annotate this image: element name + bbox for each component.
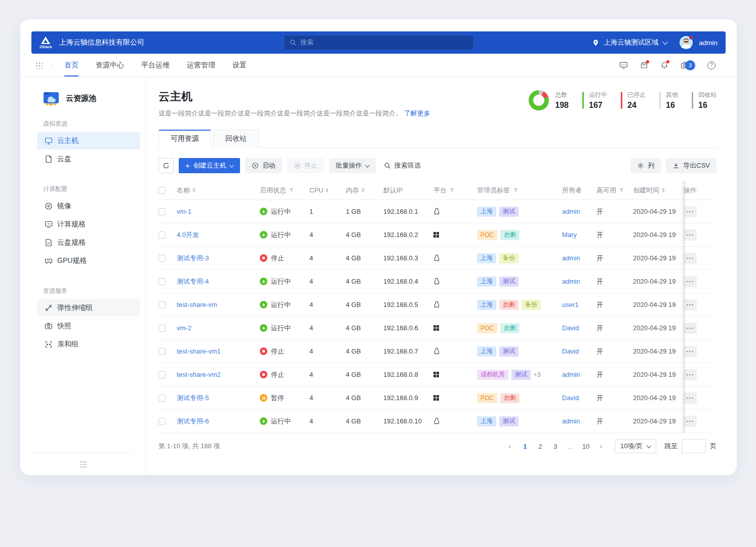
learn-more-link[interactable]: 了解更多 (404, 109, 430, 117)
column-header-名称[interactable]: 名称 (177, 186, 260, 195)
filter-icon[interactable] (619, 187, 624, 193)
row-actions-button[interactable] (684, 276, 697, 287)
owner-link[interactable]: admin (562, 371, 580, 378)
batch-actions-button[interactable]: 批量操作 (329, 158, 376, 173)
nav-item-运营管理[interactable]: 运营管理 (187, 54, 215, 76)
sort-icon[interactable] (662, 188, 665, 192)
sidebar-item-云盘规格[interactable]: 云盘规格 (37, 234, 140, 251)
owner-link[interactable]: David (562, 347, 579, 355)
owner-link[interactable]: David (562, 324, 579, 332)
help-icon[interactable]: ? (707, 61, 715, 69)
row-actions-button[interactable] (684, 206, 697, 217)
tab-可用资源[interactable]: 可用资源 (158, 130, 211, 148)
sort-icon[interactable] (192, 188, 195, 192)
page-button-1[interactable]: 1 (520, 440, 531, 452)
row-checkbox[interactable] (158, 348, 166, 355)
sidebar-item-计算规格[interactable]: 计算规格 (37, 216, 140, 233)
vm-name-link[interactable]: test-share-vm2 (177, 371, 221, 378)
create-vm-button[interactable]: + 创建云主机 (179, 158, 240, 173)
row-checkbox[interactable] (158, 278, 166, 285)
row-actions-button[interactable] (684, 253, 697, 264)
tasks-icon[interactable] (640, 61, 648, 69)
row-checkbox[interactable] (158, 255, 166, 262)
region-selector[interactable]: 上海云轴测试区域 (604, 38, 658, 47)
owner-link[interactable]: Mary (562, 231, 577, 239)
column-header-CPU[interactable]: CPU (309, 186, 346, 194)
row-checkbox[interactable] (158, 208, 166, 215)
column-header-内存[interactable]: 内存 (346, 186, 383, 195)
row-checkbox[interactable] (158, 231, 166, 239)
row-checkbox[interactable] (158, 395, 166, 402)
sort-icon[interactable] (326, 188, 329, 192)
page-button-2[interactable]: 2 (535, 440, 546, 452)
nav-item-设置[interactable]: 设置 (232, 54, 247, 76)
column-header-平台[interactable]: 平台 (433, 186, 477, 195)
row-actions-button[interactable] (684, 369, 697, 380)
sidebar-item-云盘[interactable]: 云盘 (37, 150, 140, 168)
sidebar-item-GPU规格[interactable]: GPU规格 (37, 252, 140, 269)
jump-page-input[interactable] (682, 439, 706, 453)
row-actions-button[interactable] (684, 323, 697, 334)
page-button-10[interactable]: 10 (580, 440, 591, 452)
notifications-bell-icon[interactable] (660, 61, 668, 69)
avatar[interactable] (680, 36, 693, 49)
username[interactable]: admin (699, 39, 718, 47)
column-header-创建时间[interactable]: 创建时间 (633, 186, 684, 195)
filter-icon[interactable] (513, 187, 519, 193)
row-actions-button[interactable] (684, 393, 697, 404)
page-size-select[interactable]: 10项/页 (615, 439, 656, 453)
sidebar-item-云主机[interactable]: 云主机 (37, 132, 140, 149)
vm-name-link[interactable]: 测试专用-4 (177, 277, 209, 286)
column-header-启用状态[interactable]: 启用状态 (260, 186, 309, 195)
select-all-checkbox[interactable] (158, 187, 166, 194)
filter-icon[interactable] (449, 187, 455, 193)
sidebar-item-亲和组[interactable]: 亲和组 (37, 336, 140, 353)
nav-item-平台运维[interactable]: 平台运维 (141, 54, 170, 76)
row-actions-button[interactable] (684, 346, 697, 357)
sidebar-item-弹性伸缩组[interactable]: 弹性伸缩组 (37, 299, 140, 317)
nav-item-资源中心[interactable]: 资源中心 (96, 54, 124, 76)
stop-vm-button[interactable]: 停止 (287, 158, 324, 173)
owner-link[interactable]: admin (562, 417, 580, 425)
export-csv-button[interactable]: 导出CSV (666, 158, 717, 173)
vm-name-link[interactable]: test-share-vm (177, 301, 217, 308)
row-checkbox[interactable] (158, 371, 166, 378)
owner-link[interactable]: user1 (562, 301, 579, 308)
global-search-input[interactable]: 搜索 (284, 35, 473, 50)
tab-回收站[interactable]: 回收站 (213, 130, 259, 148)
row-actions-button[interactable] (684, 416, 697, 427)
vm-name-link[interactable]: vm-1 (177, 208, 191, 215)
sidebar-item-镜像[interactable]: 镜像 (37, 198, 140, 215)
row-actions-button[interactable] (684, 299, 697, 310)
owner-link[interactable]: David (562, 394, 579, 402)
refresh-button[interactable] (158, 158, 174, 173)
vm-name-link[interactable]: test-share-vm1 (177, 347, 221, 355)
column-header-管理员标签[interactable]: 管理员标签 (477, 186, 562, 195)
nav-item-首页[interactable]: 首页 (64, 54, 78, 76)
collapse-sidebar-icon[interactable] (79, 461, 87, 468)
prev-page-button[interactable]: ‹ (504, 440, 515, 452)
row-checkbox[interactable] (158, 301, 166, 308)
owner-link[interactable]: admin (562, 208, 580, 215)
vm-name-link[interactable]: vm-2 (177, 324, 191, 332)
search-filter-button[interactable]: 搜索筛选 (381, 158, 424, 173)
row-checkbox[interactable] (158, 325, 166, 332)
console-icon[interactable] (619, 61, 628, 69)
sidebar-item-快照[interactable]: 快照 (37, 318, 140, 335)
app-launcher-icon[interactable] (35, 62, 43, 69)
vm-name-link[interactable]: 测试专用-6 (177, 417, 209, 426)
owner-link[interactable]: admin (562, 254, 580, 262)
filter-icon[interactable] (289, 187, 294, 193)
owner-link[interactable]: admin (562, 278, 580, 285)
start-vm-button[interactable]: 启动 (245, 158, 282, 173)
screenshot-camera-icon[interactable]: 3 (681, 60, 695, 70)
page-button-3[interactable]: 3 (550, 440, 561, 452)
row-actions-button[interactable] (684, 229, 697, 241)
next-page-button[interactable]: › (595, 440, 607, 452)
vm-name-link[interactable]: 测试专用-3 (177, 254, 209, 263)
columns-settings-button[interactable]: 列 (630, 158, 661, 173)
vm-name-link[interactable]: 4.0开发 (177, 230, 199, 240)
column-header-高可用[interactable]: 高可用 (596, 186, 633, 195)
sort-icon[interactable] (362, 188, 365, 192)
vm-name-link[interactable]: 测试专用-5 (177, 394, 209, 403)
